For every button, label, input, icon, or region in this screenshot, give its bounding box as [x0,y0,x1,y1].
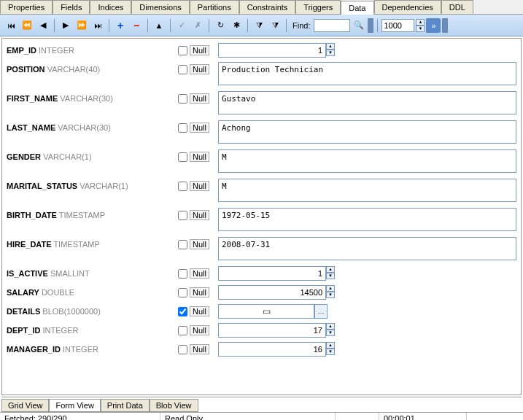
first-record-button[interactable]: ⏮ [4,18,18,33]
tab-ddl[interactable]: DDL [441,0,473,14]
find-label: Find: [293,21,310,30]
find-input[interactable] [314,19,350,32]
field-row-marital_status: MARITAL_STATUS VARCHAR(1)Null [7,179,516,203]
bottom-tab-print-data[interactable]: Print Data [101,399,150,412]
null-column: Null [178,149,218,162]
null-checkbox[interactable] [178,288,187,298]
null-checkbox[interactable] [178,307,187,316]
null-checkbox[interactable] [178,65,187,74]
tab-fields[interactable]: Fields [53,0,90,14]
field-row-emp_id: EMP_ID INTEGERNull▲▼ [7,43,516,58]
last-record-button[interactable]: ⏭ [90,18,105,33]
field-label: MARITAL_STATUS VARCHAR(1) [7,179,178,190]
bottom-tab-form-view[interactable]: Form View [49,399,100,412]
value-column: ▲▼ [218,43,516,58]
refresh-button[interactable]: ↻ [213,18,228,33]
value-column: ▭… [218,304,516,319]
tab-data[interactable]: Data [341,1,373,15]
field-label: POSITION VARCHAR(40) [7,62,178,74]
toolbar: ⏮ ⏪ ◀ ▶ ⏩ ⏭ + − ▲ ✓ ✗ ↻ ✱ ⧩ ⧩ Find: 🔍 ▲▼… [0,15,523,36]
value-spinner[interactable]: ▲▼ [326,285,335,300]
value-spinner[interactable]: ▲▼ [326,43,335,58]
value-input[interactable] [218,120,516,144]
null-column: Null [178,323,218,335]
blob-browse-button[interactable]: … [314,304,328,319]
null-checkbox[interactable] [178,269,187,279]
null-checkbox[interactable] [178,123,187,133]
bottom-tab-grid-view[interactable]: Grid View [1,399,49,412]
next-page-button[interactable]: ⏩ [74,18,89,33]
field-label: HIRE_DATE TIMESTAMP [7,237,178,249]
rollback-button[interactable]: ✗ [190,18,205,33]
tab-partitions[interactable]: Partitions [190,0,239,14]
separator [377,19,378,32]
null-checkbox[interactable] [178,326,187,335]
field-label: FIRST_NAME VARCHAR(30) [7,91,178,103]
field-row-position: POSITION VARCHAR(40)Null [7,62,516,87]
null-column: Null [178,266,218,279]
tab-triggers[interactable]: Triggers [295,0,341,14]
tab-indices[interactable]: Indices [90,0,131,14]
value-spinner[interactable]: ▲▼ [326,266,335,281]
tab-constraints[interactable]: Constraints [239,0,296,14]
value-spinner[interactable]: ▲▼ [326,342,335,357]
next-record-button[interactable]: ▶ [58,18,73,33]
find-exec-button[interactable]: 🔍 [352,18,366,33]
null-label: Null [190,64,209,74]
field-label: BIRTH_DATE TIMESTAMP [7,208,178,219]
prev-record-button[interactable]: ◀ [36,18,50,33]
value-input[interactable] [218,91,516,114]
null-label: Null [190,325,209,335]
value-input[interactable] [218,43,326,58]
null-checkbox[interactable] [178,182,187,191]
null-checkbox[interactable] [178,46,187,55]
value-input[interactable] [218,237,516,260]
status-blank [336,413,379,420]
wildcard-button[interactable]: ✱ [229,18,244,33]
null-label: Null [190,45,209,55]
null-column: Null [178,43,218,55]
tab-properties[interactable]: Properties [0,0,53,14]
status-fetched: Fetched: 290/290 [0,413,160,420]
null-label: Null [190,239,209,249]
top-tabs: PropertiesFieldsIndicesDimensionsPartiti… [0,0,523,15]
value-input[interactable] [218,179,516,202]
value-input[interactable] [218,285,326,300]
value-column [218,179,516,203]
commit-button[interactable]: ✓ [174,18,189,33]
null-checkbox[interactable] [178,152,187,162]
value-column: ▲▼ [218,285,516,300]
value-input[interactable] [218,266,326,281]
null-checkbox[interactable] [178,240,187,249]
separator [286,19,287,32]
limit-input[interactable] [381,19,414,32]
value-input[interactable] [218,208,516,231]
filter-dropdown-button[interactable]: ⧩ [252,18,266,33]
value-input[interactable] [218,323,326,338]
fetch-dropdown[interactable] [442,18,448,33]
value-input[interactable] [218,149,516,173]
value-spinner[interactable]: ▲▼ [326,323,335,338]
null-checkbox[interactable] [178,94,187,104]
null-label: Null [190,152,209,162]
tab-dimensions[interactable]: Dimensions [131,0,189,14]
prev-page-button[interactable]: ⏪ [20,18,34,33]
value-input[interactable] [218,342,326,357]
limit-spinner[interactable]: ▲▼ [416,19,425,32]
tab-dependencies[interactable]: Dependencies [374,0,441,14]
fetch-all-button[interactable]: » [426,18,441,33]
field-label: GENDER VARCHAR(1) [7,149,178,161]
delete-record-button[interactable]: − [129,18,144,33]
null-checkbox[interactable] [178,211,187,220]
separator [109,19,109,32]
add-record-button[interactable]: + [113,18,128,33]
null-column: Null [178,62,218,74]
field-row-hire_date: HIRE_DATE TIMESTAMPNull [7,237,516,262]
null-checkbox[interactable] [178,345,187,354]
value-input[interactable] [218,62,516,85]
null-column: Null [178,342,218,354]
find-dropdown[interactable] [368,18,373,33]
filter-button[interactable]: ⧩ [268,18,282,33]
bottom-tab-blob-view[interactable]: Blob View [150,399,198,412]
edit-button[interactable]: ▲ [152,18,166,33]
